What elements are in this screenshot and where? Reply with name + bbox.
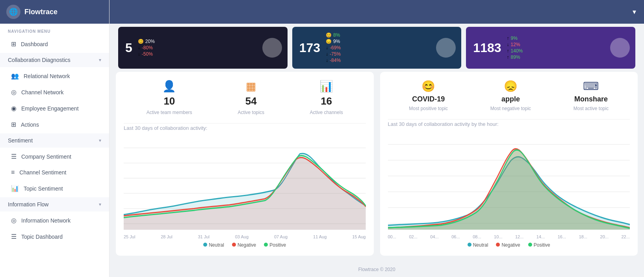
chevron-down-icon: ▾	[99, 202, 101, 207]
panel-topics: 😊 COVID-19 Most positive topic 😞 apple M…	[388, 80, 630, 111]
left-chart-area	[124, 136, 366, 233]
sidebar-item-label: Employee Engagement	[21, 105, 79, 112]
main-content: ▾ 5 😊 20% ↓ -80% ↓ -50% 17	[109, 0, 644, 277]
sidebar-item-channel[interactable]: ◎ Channel Network	[3, 84, 106, 100]
positive-topic-icon: 😊	[421, 80, 435, 93]
sidebar-item-label: Topic Sentiment	[24, 185, 63, 192]
metric-value: 9%	[333, 39, 340, 44]
metric-value: 9%	[511, 36, 518, 41]
metric-row: 😊 8%	[326, 32, 341, 38]
sidebar-header: 🌐 Flowtrace	[0, 0, 109, 24]
metric-icon: ↓	[326, 45, 328, 51]
top-bar: ▾	[109, 0, 644, 24]
x-label: 10...	[494, 234, 502, 239]
sidebar-group-sentiment[interactable]: Sentiment ▾	[0, 133, 109, 148]
chart-x-labels: 25 Jul 28 Jul 31 Jul 03 Aug 07 Aug 11 Au…	[124, 234, 366, 239]
sidebar-item-relational[interactable]: 👥 Relational Network	[3, 68, 106, 84]
metric-value: 140%	[511, 48, 523, 54]
sidebar-item-topic-dashboard[interactable]: ☰ Topic Dashboard	[3, 229, 106, 244]
topic-apple: 😞 apple Most negative topic	[490, 80, 531, 111]
stat-active-topics: ▦ 54 Active topics	[238, 80, 264, 115]
avatar	[610, 38, 630, 58]
metric-row: 😞 9%	[326, 39, 341, 44]
panels-row: 👤 10 Active team members ▦ 54 Active top…	[109, 72, 644, 262]
left-panel-subtitle: Last 30 days of collaboration activity:	[124, 125, 366, 131]
sidebar-item-channel-sentiment[interactable]: ≡ Channel Sentiment	[3, 165, 106, 180]
active-topics-label: Active topics	[238, 110, 264, 115]
topbar-chevron-icon[interactable]: ▾	[633, 7, 636, 16]
right-panel: 😊 COVID-19 Most positive topic 😞 apple M…	[380, 72, 638, 256]
topic-monshare: ⌨ Monshare Most active topic	[573, 80, 609, 111]
actions-icon: ⊞	[11, 121, 16, 128]
sidebar-title: Flowtrace	[24, 8, 58, 16]
channel-sentiment-icon: ≡	[11, 169, 15, 176]
metric-value: 8%	[333, 32, 340, 38]
sidebar-item-label: Information Network	[21, 217, 71, 224]
metric-row: ↑ 9%	[507, 36, 523, 41]
stat-metrics: 😊 8% 😞 9% ↓ -69% ↓ -75% ↓ -84%	[326, 32, 341, 63]
metric-value: 12%	[511, 42, 520, 47]
metric-value: -80%	[142, 45, 153, 51]
sidebar-item-topic-sentiment[interactable]: 📊 Topic Sentiment	[3, 181, 106, 196]
active-channels-icon: 📊	[319, 80, 333, 93]
metric-row: ↑ 140%	[507, 48, 523, 54]
metric-row: ↓ -80%	[138, 45, 155, 51]
topic-sentiment-icon: 📊	[11, 185, 19, 192]
x-label: 03 Aug	[235, 234, 249, 239]
stat-card-1: 5 😊 20% ↓ -80% ↓ -50%	[118, 27, 288, 69]
x-label: 08...	[473, 234, 481, 239]
x-label: 07 Aug	[274, 234, 288, 239]
sidebar-item-label: Actions	[21, 122, 39, 128]
x-label: 12...	[515, 234, 523, 239]
sidebar-item-actions[interactable]: ⊞ Actions	[3, 117, 106, 132]
right-panel-subtitle: Last 30 days of collaboration activity b…	[388, 121, 630, 127]
x-label: 16...	[558, 234, 566, 239]
sidebar-item-label: Relational Network	[24, 73, 70, 79]
stat-metrics: 😊 20% ↓ -80% ↓ -50%	[138, 39, 155, 57]
metric-icon: ↑	[507, 54, 509, 60]
x-label: 15 Aug	[352, 234, 366, 239]
sidebar-group-collab[interactable]: Collaboration Diagnostics ▾	[0, 53, 109, 67]
avatar	[436, 38, 456, 58]
sidebar-item-employee[interactable]: ◉ Employee Engagement	[3, 101, 106, 116]
metric-value: -84%	[330, 58, 341, 63]
metric-value: -69%	[330, 45, 341, 51]
chevron-down-icon: ▾	[99, 57, 101, 63]
chart-x-labels-right: 00... 02... 04... 06... 08... 10... 12..…	[388, 234, 630, 239]
stat-metrics: ↑ 9% ↓ 12% ↑ 140% ↑ 89%	[507, 36, 523, 60]
sidebar-item-label: Topic Dashboard	[21, 234, 63, 240]
left-panel: 👤 10 Active team members ▦ 54 Active top…	[116, 72, 374, 256]
stat-team-members: 👤 10 Active team members	[147, 80, 192, 115]
active-topics-icon: ▦	[246, 80, 256, 93]
active-channels-number: 16	[321, 95, 332, 107]
metric-icon: ↑	[507, 36, 509, 41]
metric-icon: ↓	[138, 51, 140, 57]
topic-name: Monshare	[574, 95, 608, 103]
metric-row: ↓ -50%	[138, 51, 155, 57]
stat-number: 173	[299, 41, 320, 55]
negative-topic-icon: 😞	[504, 80, 518, 93]
x-label: 25 Jul	[124, 234, 135, 239]
legend-positive: Positive	[528, 242, 550, 248]
stat-card-2: 173 😊 8% 😞 9% ↓ -69% ↓ -75%	[292, 27, 462, 69]
metric-icon: ↓	[507, 42, 509, 47]
footer-text: Flowtrace © 2020	[358, 267, 395, 272]
x-label: 14...	[536, 234, 545, 239]
x-label: 31 Jul	[198, 234, 210, 239]
channel-icon: ◎	[11, 88, 17, 96]
metric-icon: ↓	[138, 45, 140, 51]
metric-value: 89%	[511, 54, 520, 60]
chevron-down-icon: ▾	[99, 138, 101, 143]
active-channels-label: Active channels	[310, 110, 343, 115]
sidebar-item-info-network[interactable]: ◎ Information Network	[3, 213, 106, 228]
metric-row: ↓ 12%	[507, 42, 523, 47]
sidebar-group-info-flow[interactable]: Information Flow ▾	[0, 197, 109, 211]
sidebar-item-company-sentiment[interactable]: ☰ Company Sentiment	[3, 149, 106, 164]
metric-icon: 😞	[326, 39, 332, 44]
sidebar-group-label: Collaboration Diagnostics	[8, 57, 71, 63]
metric-icon: ↓	[326, 51, 328, 57]
legend-neutral: Neutral	[468, 242, 488, 248]
topic-dashboard-icon: ☰	[11, 233, 17, 240]
sidebar-item-dashboard[interactable]: ⊞ Dashboard	[3, 36, 106, 52]
footer: Flowtrace © 2020	[109, 262, 644, 277]
